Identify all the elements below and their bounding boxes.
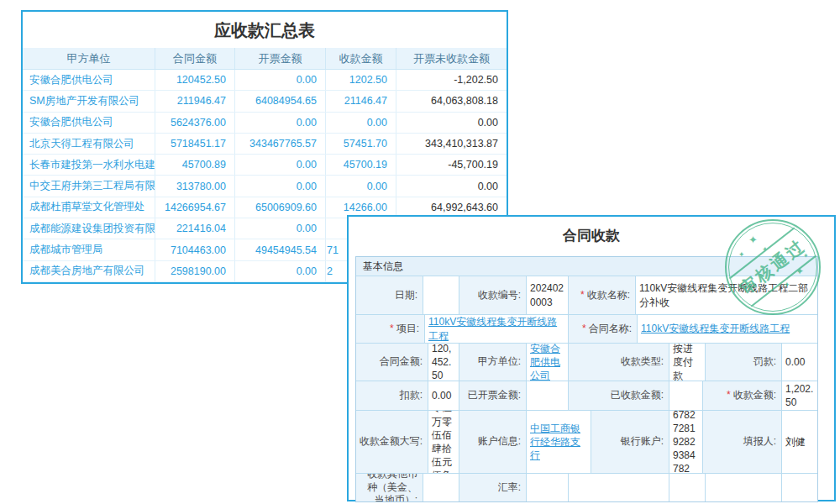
receipt-no-field: 2024020003 bbox=[526, 276, 568, 314]
client-link[interactable]: 成都能源建设集团投资有限公司 bbox=[23, 218, 155, 239]
received-amount-label: 已收款金额: bbox=[568, 381, 669, 410]
received-amount-cell: 0.00 bbox=[326, 176, 396, 196]
client-link[interactable]: 北京天得工程有限公司 bbox=[23, 134, 155, 154]
invoiced-amount-cell: 0.00 bbox=[235, 261, 326, 281]
client-link[interactable]: 成都城市管理局 bbox=[23, 239, 155, 260]
section-basic-info: 基本信息 bbox=[356, 257, 817, 276]
receipt-no-label: 收款编号: bbox=[459, 276, 526, 314]
empty-cell bbox=[705, 473, 781, 501]
received-amount-cell: 21146.47 bbox=[326, 91, 396, 111]
receipt-type-label: 收款类型: bbox=[568, 343, 669, 381]
filler-label: 填报人: bbox=[702, 410, 781, 473]
account-info-link[interactable]: 中国工商银行经华路支行 bbox=[530, 422, 587, 463]
invoiced-unpaid-cell: 0.00 bbox=[396, 176, 507, 196]
account-info-field: 中国工商银行经华路支行 bbox=[526, 410, 591, 473]
client-link[interactable]: 成都美合房地产有限公司 bbox=[23, 261, 155, 281]
form-row-contract-amount: 合同金额: 120,452.50 甲方单位: 安徽合肥供电公司 收款类型: 按进… bbox=[356, 343, 817, 381]
contract-amount-field: 120,452.50 bbox=[428, 343, 459, 381]
detail-title: 合同收款 bbox=[349, 226, 834, 245]
required-icon: * bbox=[390, 323, 394, 336]
contract-name-link[interactable]: 110kV安徽线程集变开断线路工程 bbox=[641, 322, 790, 335]
date-label: 日期: bbox=[356, 276, 423, 314]
summary-title: 应收款汇总表 bbox=[23, 12, 507, 48]
client-link[interactable]: 安徽合肥供电公司 bbox=[23, 70, 155, 90]
contract-amount-label: 合同金额: bbox=[356, 343, 428, 381]
receipt-amount-field: 1,202.50 bbox=[781, 381, 817, 410]
date-field bbox=[423, 276, 459, 314]
contract-amount-cell: 211946.47 bbox=[155, 91, 235, 111]
invoiced-amount-cell: 65006909.60 bbox=[235, 197, 326, 218]
required-icon: * bbox=[582, 323, 586, 336]
receipt-name-field: 110kV安徽线程集变开断线路工程二部分补收 bbox=[635, 276, 817, 314]
table-row: 北京天得工程有限公司 5718451.17 343467765.57 57451… bbox=[23, 134, 507, 155]
invoiced-amount-label: 已开票金额: bbox=[459, 381, 526, 410]
amount-in-words-field: 玖佰零伍万零伍佰肆拾伍元伍角整 bbox=[428, 410, 459, 473]
invoiced-amount-cell: 0.00 bbox=[235, 155, 326, 175]
other-currency-label: 收款其他币种（美金、当地币）: bbox=[356, 473, 423, 501]
bank-account-label: 银行账户: bbox=[591, 410, 669, 473]
invoiced-unpaid-cell: -1,202.50 bbox=[396, 70, 507, 90]
contract-amount-cell: 2598190.00 bbox=[155, 261, 235, 281]
contract-amount-cell: 5718451.17 bbox=[155, 134, 235, 154]
penalty-field: 0.00 bbox=[781, 343, 817, 381]
contract-amount-cell: 45700.89 bbox=[155, 155, 235, 175]
table-row: 安徽合肥供电公司 120452.50 0.00 1202.50 -1,202.5… bbox=[23, 70, 507, 91]
form-row-date: 日期: 收款编号: 2024020003 * 收款名称: 110kV安徽线程集变… bbox=[356, 276, 817, 314]
contract-name-field: 110kV安徽线程集变开断线路工程 bbox=[637, 314, 817, 343]
contract-amount-cell: 5624376.00 bbox=[155, 113, 235, 133]
invoiced-unpaid-cell: -45,700.19 bbox=[396, 155, 507, 175]
party-a-field: 安徽合肥供电公司 bbox=[526, 343, 568, 381]
client-link[interactable]: 安徽合肥供电公司 bbox=[23, 113, 155, 133]
project-label: * 项目: bbox=[356, 314, 424, 343]
party-a-label: 甲方单位: bbox=[459, 343, 526, 381]
form-row-account: 收款金额大写: 玖佰零伍万零伍佰肆拾伍元伍角整 账户信息: 中国工商银行经华路支… bbox=[356, 410, 817, 473]
exchange-rate-field bbox=[526, 473, 568, 501]
client-link[interactable]: SM房地产开发有限公司 bbox=[23, 91, 155, 111]
invoiced-amount-cell: 64084954.65 bbox=[235, 91, 326, 111]
invoiced-unpaid-cell: 64,063,808.18 bbox=[396, 91, 507, 111]
contract-amount-cell: 7104463.00 bbox=[155, 239, 235, 260]
contract-receipt-panel: 合同收款 基本信息 日期: 收款编号: 2024020003 * 收款名称: 1… bbox=[347, 215, 836, 501]
summary-table-header: 甲方单位 合同金额 开票金额 收款金额 开票未收款金额 bbox=[23, 48, 507, 70]
invoiced-amount-cell: 343467765.57 bbox=[235, 134, 326, 154]
invoiced-unpaid-cell: 0.00 bbox=[396, 113, 507, 133]
col-header-invoiced-unpaid: 开票未收款金额 bbox=[396, 48, 507, 69]
contract-amount-cell: 120452.50 bbox=[155, 70, 235, 90]
basic-info-table: 基本信息 日期: 收款编号: 2024020003 * 收款名称: 110kV安… bbox=[355, 256, 818, 502]
project-link[interactable]: 110kV安徽线程集变开断线路工程 bbox=[428, 315, 564, 342]
client-link[interactable]: 中交王府井第三工程局有限公司 bbox=[23, 176, 155, 196]
project-field: 110kV安徽线程集变开断线路工程 bbox=[424, 314, 568, 343]
table-row: 安徽合肥供电公司 5624376.00 0.00 0.00 0.00 bbox=[23, 113, 507, 134]
form-row-project: * 项目: 110kV安徽线程集变开断线路工程 * 合同名称: 110kV安徽线… bbox=[356, 314, 817, 343]
invoiced-amount-cell: 0.00 bbox=[235, 218, 326, 239]
deduction-field: 0.00 bbox=[428, 381, 459, 410]
col-header-contract-amount: 合同金额 bbox=[155, 48, 235, 69]
received-amount-field bbox=[669, 381, 702, 410]
receipt-type-field: 按进度付款 bbox=[669, 343, 705, 381]
table-row: 长春市建投第一水利水电建设有限公司 45700.89 0.00 45700.19… bbox=[23, 155, 507, 176]
contract-amount-cell: 14266954.67 bbox=[155, 197, 235, 218]
party-a-link[interactable]: 安徽合肥供电公司 bbox=[530, 343, 564, 381]
invoiced-amount-field bbox=[526, 381, 568, 410]
exchange-rate-label: 汇率: bbox=[459, 473, 526, 501]
col-header-client: 甲方单位 bbox=[23, 48, 155, 69]
invoiced-amount-cell: 0.00 bbox=[235, 70, 326, 90]
contract-amount-cell: 313780.00 bbox=[155, 176, 235, 196]
received-amount-cell: 57451.70 bbox=[326, 134, 396, 154]
empty-cell bbox=[669, 473, 705, 501]
client-link[interactable]: 成都杜甫草堂文化管理处 bbox=[23, 197, 155, 218]
invoiced-amount-cell: 0.00 bbox=[235, 113, 326, 133]
invoiced-unpaid-cell: 343,410,313.87 bbox=[396, 134, 507, 154]
form-row-amounts: 扣款: 0.00 已开票金额: 已收款金额: * 收款金额: 1,202.50 bbox=[356, 381, 817, 410]
required-icon: * bbox=[580, 289, 585, 302]
received-amount-cell: 1202.50 bbox=[326, 70, 396, 90]
contract-name-label: * 合同名称: bbox=[568, 314, 637, 343]
receipt-name-label: * 收款名称: bbox=[568, 276, 635, 314]
col-header-received-amount: 收款金额 bbox=[326, 48, 396, 69]
required-icon: * bbox=[727, 389, 731, 402]
client-link[interactable]: 长春市建投第一水利水电建设有限公司 bbox=[23, 155, 155, 175]
receipt-amount-label: * 收款金额: bbox=[702, 381, 781, 410]
penalty-label: 罚款: bbox=[705, 343, 781, 381]
empty-cell bbox=[568, 473, 669, 501]
table-row: 中交王府井第三工程局有限公司 313780.00 0.00 0.00 0.00 bbox=[23, 176, 507, 197]
